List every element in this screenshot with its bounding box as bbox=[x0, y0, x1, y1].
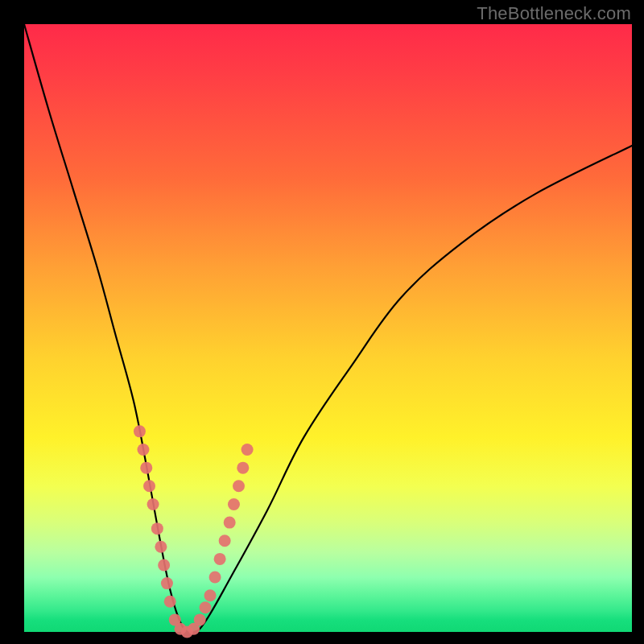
bottleneck-curve bbox=[24, 24, 632, 633]
marker-dot bbox=[143, 480, 155, 492]
marker-dot bbox=[158, 559, 170, 571]
marker-dot bbox=[242, 444, 254, 456]
marker-dot bbox=[194, 613, 206, 625]
marker-dot bbox=[237, 462, 249, 474]
marker-dot bbox=[137, 444, 149, 456]
marker-dot bbox=[204, 589, 217, 601]
curve-layer bbox=[24, 24, 632, 632]
marker-dot bbox=[134, 425, 146, 437]
marker-dot bbox=[219, 535, 231, 547]
marker-dot bbox=[209, 572, 221, 584]
marker-dot bbox=[228, 498, 240, 510]
marker-dot bbox=[199, 601, 211, 613]
chart-frame: TheBottleneck.com bbox=[0, 0, 644, 644]
plot-area bbox=[24, 24, 632, 632]
marker-dot bbox=[224, 517, 236, 529]
marker-dot bbox=[164, 596, 176, 608]
marker-dot bbox=[214, 553, 226, 565]
watermark-text: TheBottleneck.com bbox=[477, 3, 631, 24]
marker-dot bbox=[161, 577, 173, 589]
marker-dot bbox=[147, 498, 159, 510]
marker-dot bbox=[140, 462, 152, 474]
marker-dot bbox=[151, 522, 163, 535]
marker-dot bbox=[233, 480, 245, 492]
marker-dot bbox=[155, 541, 167, 553]
highlight-dots bbox=[134, 425, 254, 638]
